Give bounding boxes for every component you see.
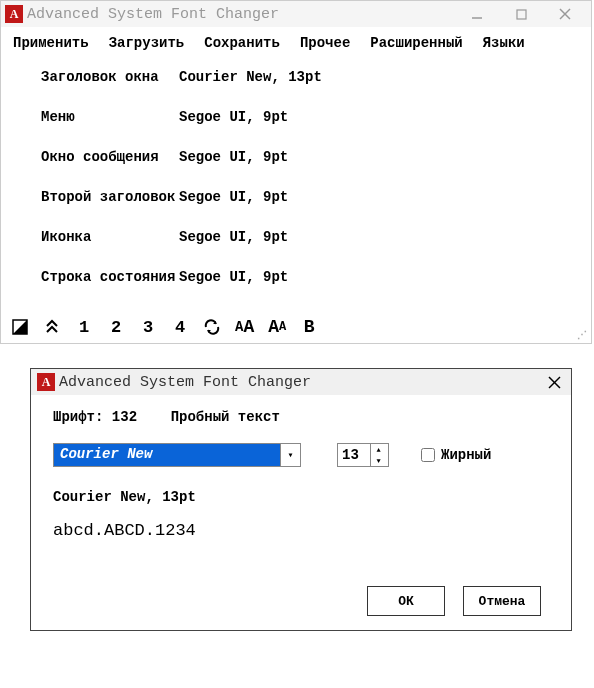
menu-load[interactable]: Загрузить <box>109 35 185 51</box>
dialog-header: Шрифт: 132 Пробный текст <box>53 409 549 425</box>
font-row[interactable]: Иконка Segoe UI, 9pt <box>11 229 581 245</box>
row-label: Меню <box>11 109 179 125</box>
font-size-small-icon[interactable]: AA <box>268 317 286 337</box>
close-button[interactable] <box>555 4 575 24</box>
font-selected: Courier New <box>54 444 280 466</box>
row-value: Segoe UI, 9pt <box>179 229 288 245</box>
bold-checkbox-group: Жирный <box>421 447 491 463</box>
font-row[interactable]: Строка состояния Segoe UI, 9pt <box>11 269 581 285</box>
double-up-icon[interactable] <box>43 319 61 335</box>
main-window: A Advanced System Font Changer Применить… <box>0 0 592 344</box>
font-list: Заголовок окна Courier New, 13pt Меню Se… <box>1 59 591 311</box>
svg-rect-1 <box>517 10 526 19</box>
menu-apply[interactable]: Применить <box>13 35 89 51</box>
contrast-icon[interactable] <box>11 319 29 335</box>
bold-icon[interactable]: B <box>300 317 318 337</box>
font-row[interactable]: Второй заголовок Segoe UI, 9pt <box>11 189 581 205</box>
row-label: Второй заголовок <box>11 189 179 205</box>
spin-up-icon[interactable]: ▲ <box>371 444 386 455</box>
row-value: Segoe UI, 9pt <box>179 149 288 165</box>
row-label: Окно сообщения <box>11 149 179 165</box>
ok-button[interactable]: ОК <box>367 586 445 616</box>
font-count: 132 <box>112 409 137 425</box>
font-dialog: A Advanced System Font Changer Шрифт: 13… <box>30 368 572 631</box>
font-row[interactable]: Меню Segoe UI, 9pt <box>11 109 581 125</box>
toolbar: 1 2 3 4 AA AA B ⋰ <box>1 311 591 343</box>
refresh-icon[interactable] <box>203 319 221 335</box>
bold-label: Жирный <box>441 447 491 463</box>
menu-save[interactable]: Сохранить <box>204 35 280 51</box>
sample-text: abcd.ABCD.1234 <box>53 521 549 540</box>
spin-down-icon[interactable]: ▼ <box>371 455 386 466</box>
resize-grip[interactable]: ⋰ <box>577 329 587 341</box>
main-window-title: Advanced System Font Changer <box>27 6 467 23</box>
dialog-body: Шрифт: 132 Пробный текст Courier New ▾ ▲… <box>31 395 571 630</box>
menu-other[interactable]: Прочее <box>300 35 350 51</box>
dialog-title: Advanced System Font Changer <box>59 374 544 391</box>
cancel-button[interactable]: Отмена <box>463 586 541 616</box>
row-value: Courier New, 13pt <box>179 69 322 85</box>
row-value: Segoe UI, 9pt <box>179 189 288 205</box>
font-row[interactable]: Окно сообщения Segoe UI, 9pt <box>11 149 581 165</box>
dialog-buttons: ОК Отмена <box>53 586 549 616</box>
preset-2-button[interactable]: 2 <box>107 318 125 337</box>
menu-languages[interactable]: Языки <box>483 35 525 51</box>
preset-1-button[interactable]: 1 <box>75 318 93 337</box>
maximize-button[interactable] <box>511 4 531 24</box>
size-spinner[interactable]: ▲ ▼ <box>337 443 389 467</box>
row-label: Иконка <box>11 229 179 245</box>
sample-label: Пробный текст <box>171 409 280 425</box>
dropdown-arrow-icon[interactable]: ▾ <box>280 444 300 466</box>
app-icon: A <box>37 373 55 391</box>
window-controls <box>467 4 587 24</box>
row-value: Segoe UI, 9pt <box>179 269 288 285</box>
row-label: Заголовок окна <box>11 69 179 85</box>
font-size-large-icon[interactable]: AA <box>235 317 254 337</box>
menu-advanced[interactable]: Расширенный <box>370 35 462 51</box>
font-row[interactable]: Заголовок окна Courier New, 13pt <box>11 69 581 85</box>
bold-checkbox[interactable] <box>421 448 435 462</box>
font-combobox[interactable]: Courier New ▾ <box>53 443 301 467</box>
dialog-controls: Courier New ▾ ▲ ▼ Жирный <box>53 443 549 467</box>
main-titlebar: A Advanced System Font Changer <box>1 1 591 27</box>
app-icon: A <box>5 5 23 23</box>
font-label: Шрифт: <box>53 409 103 425</box>
preset-4-button[interactable]: 4 <box>171 318 189 337</box>
minimize-button[interactable] <box>467 4 487 24</box>
size-input[interactable] <box>338 444 370 466</box>
row-value: Segoe UI, 9pt <box>179 109 288 125</box>
dialog-titlebar: A Advanced System Font Changer <box>31 369 571 395</box>
font-preview-label: Courier New, 13pt <box>53 489 549 505</box>
row-label: Строка состояния <box>11 269 179 285</box>
preset-3-button[interactable]: 3 <box>139 318 157 337</box>
dialog-close-button[interactable] <box>544 376 565 389</box>
spinner-arrows: ▲ ▼ <box>370 444 386 466</box>
menubar: Применить Загрузить Сохранить Прочее Рас… <box>1 27 591 59</box>
